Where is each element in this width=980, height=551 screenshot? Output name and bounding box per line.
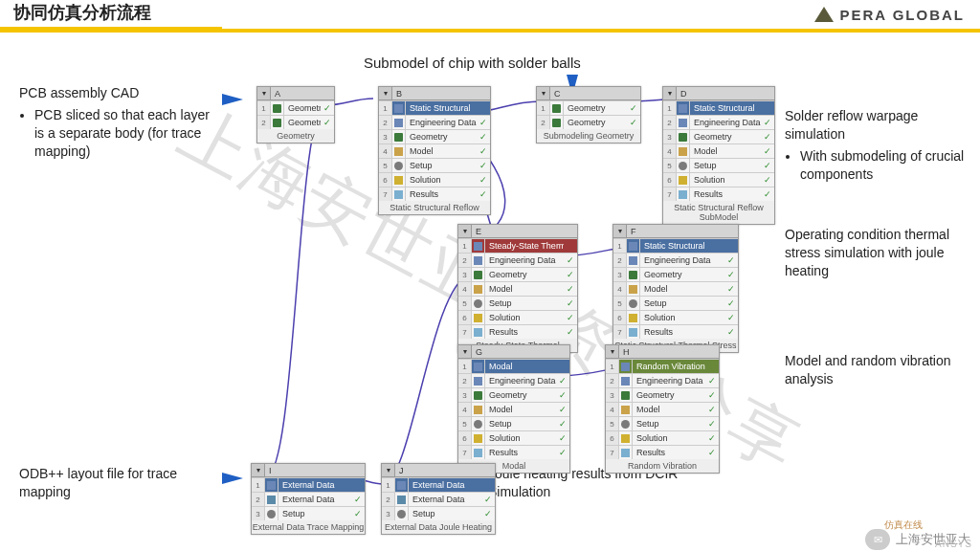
arrow-pcb-icon	[222, 94, 243, 105]
brand-logo: PERA GLOBAL	[814, 7, 965, 23]
footer-cn: 仿真在线	[884, 518, 923, 532]
annot-submodel: Submodel of chip with solder balls	[364, 54, 581, 73]
block-external-data-I[interactable]: ▾I1External Data2External Data✓3Setup✓Ex…	[251, 463, 366, 535]
title-bar: 协同仿真分析流程 PERA GLOBAL	[0, 0, 980, 33]
block-static-structural-D[interactable]: ▾D1Static Structural2Engineering Data✓3G…	[662, 86, 775, 225]
wechat-icon: ✉	[865, 529, 890, 550]
block-geometry-A[interactable]: ▾A1Geometry✓2Geometry✓Geometry	[256, 86, 335, 143]
logo-triangle-icon	[814, 7, 834, 22]
block-static-structural-F[interactable]: ▾F1Static Structural2Engineering Data✓3G…	[612, 224, 739, 353]
annot-reflow-title: Solder reflow warpage simulation	[785, 107, 967, 143]
annot-thermal: Operating condition thermal stress simul…	[785, 226, 976, 280]
annot-reflow: Solder reflow warpage simulation With su…	[785, 107, 967, 184]
footer: ✉ 上海安世亚大	[0, 528, 980, 551]
diagram-canvas: 上海安世亚太资料分享 Submodel of chip with solder …	[0, 36, 980, 524]
annot-reflow-bullet: With submodeling of crucial components	[800, 147, 967, 184]
block-steady-state-thermal-E[interactable]: ▾E1Steady-State Thermal2Engineering Data…	[457, 224, 578, 353]
annot-pcb: PCB assembly CAD PCB sliced so that each…	[19, 84, 220, 161]
block-random-vibration-H[interactable]: ▾H1Random Vibration2Engineering Data✓3Ge…	[605, 344, 720, 474]
arrow-odb-icon	[222, 473, 243, 484]
annot-pcb-bullet: PCB sliced so that each layer is a separ…	[34, 106, 220, 161]
block-geometry-C[interactable]: ▾C1Geometry✓2Geometry✓Submodeling Geomet…	[536, 86, 641, 143]
block-modal-G[interactable]: ▾G1Modal2Engineering Data✓3Geometry✓4Mod…	[457, 344, 570, 474]
annot-pcb-title: PCB assembly CAD	[19, 84, 220, 102]
annot-odb: ODB++ layout file for trace mapping	[19, 465, 191, 501]
block-static-structural-B[interactable]: ▾B1Static Structural2Engineering Data✓3G…	[378, 86, 491, 215]
block-external-data-J[interactable]: ▾J1External Data2External Data✓3Setup✓Ex…	[381, 463, 496, 535]
slide-title: 协同仿真分析流程	[0, 0, 165, 31]
brand-text: PERA GLOBAL	[839, 7, 965, 23]
annot-vibration: Model and random vibration analysis	[785, 352, 976, 388]
footer-brand: ANSYS	[935, 539, 972, 549]
